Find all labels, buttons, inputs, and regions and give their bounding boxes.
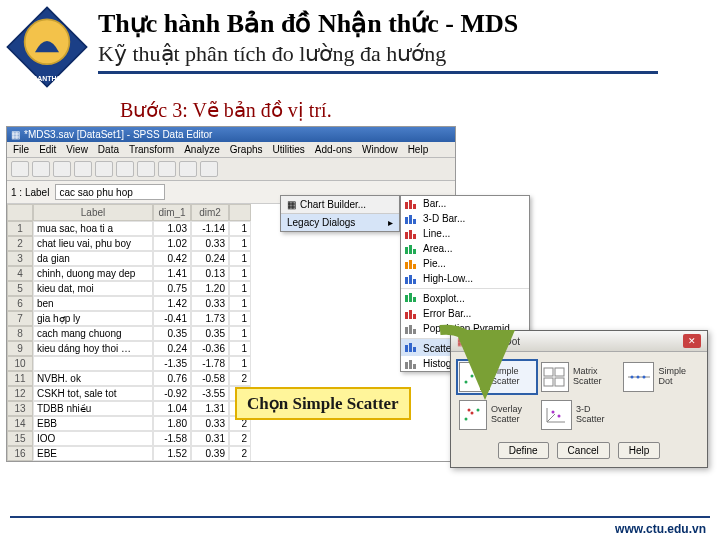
cell[interactable]: 1.03 <box>153 221 191 236</box>
table-row[interactable]: 7gia hợp ly-0.411.731 <box>7 311 455 326</box>
toolbar-button[interactable] <box>11 161 29 177</box>
chart-menu-item[interactable]: Pie... <box>401 256 529 271</box>
cell[interactable]: mua sac, hoa ti a <box>33 221 153 236</box>
cell[interactable]: NVBH. ok <box>33 371 153 386</box>
cell[interactable]: 0.35 <box>191 326 229 341</box>
cell[interactable]: 2 <box>229 371 251 386</box>
cell[interactable]: 9 <box>7 341 33 356</box>
menubar[interactable]: File Edit View Data Transform Analyze Gr… <box>7 142 455 158</box>
table-row[interactable]: 9kieu dáng hoy thoi …0.24-0.361 <box>7 341 455 356</box>
cell[interactable]: IOO <box>33 431 153 446</box>
menu-chart-builder[interactable]: ▦ Chart Builder... <box>281 196 399 214</box>
cell[interactable]: 8 <box>7 326 33 341</box>
cell[interactable]: 1.04 <box>153 401 191 416</box>
cell[interactable]: 0.76 <box>153 371 191 386</box>
cell[interactable]: 13 <box>7 401 33 416</box>
cancel-button[interactable]: Cancel <box>557 442 610 459</box>
cell[interactable]: -0.36 <box>191 341 229 356</box>
cell[interactable]: -1.14 <box>191 221 229 236</box>
cell[interactable]: 2 <box>229 431 251 446</box>
option-simple-dot[interactable]: Simple Dot <box>621 360 701 394</box>
menu-file[interactable]: File <box>13 144 29 155</box>
chart-menu-item[interactable]: Error Bar... <box>401 306 529 321</box>
cell[interactable]: 16 <box>7 446 33 461</box>
cell[interactable]: 0.35 <box>153 326 191 341</box>
chart-menu-item[interactable]: Boxplot... <box>401 288 529 306</box>
cell[interactable]: EBB <box>33 416 153 431</box>
menu-help[interactable]: Help <box>408 144 429 155</box>
cell[interactable]: 1 <box>229 266 251 281</box>
cell[interactable]: 11 <box>7 371 33 386</box>
cell[interactable]: 1 <box>7 221 33 236</box>
cell[interactable]: 0.75 <box>153 281 191 296</box>
cell[interactable]: 1 <box>229 281 251 296</box>
menu-utilities[interactable]: Utilities <box>273 144 305 155</box>
table-row[interactable]: 15IOO-1.580.312 <box>7 431 455 446</box>
toolbar-button[interactable] <box>200 161 218 177</box>
cell[interactable]: 1.80 <box>153 416 191 431</box>
cell[interactable]: -3.55 <box>191 386 229 401</box>
cell[interactable]: 0.33 <box>191 416 229 431</box>
option-3d-scatter[interactable]: 3-D Scatter <box>539 398 619 432</box>
cell[interactable]: 1 <box>229 236 251 251</box>
cell[interactable]: ben <box>33 296 153 311</box>
cell[interactable]: 0.42 <box>153 251 191 266</box>
cell[interactable]: kieu dáng hoy thoi … <box>33 341 153 356</box>
cell[interactable]: 0.24 <box>153 341 191 356</box>
cell[interactable]: 1 <box>229 356 251 371</box>
menu-graphs[interactable]: Graphs <box>230 144 263 155</box>
cell[interactable]: 2 <box>229 446 251 461</box>
cell[interactable]: 1 <box>229 341 251 356</box>
table-row[interactable]: 6ben1.420.331 <box>7 296 455 311</box>
cell[interactable]: 1 <box>229 251 251 266</box>
chart-menu-item[interactable]: Bar... <box>401 196 529 211</box>
table-row[interactable]: 16EBE1.520.392 <box>7 446 455 461</box>
col-rownum[interactable] <box>7 204 33 221</box>
cell[interactable]: 0.33 <box>191 296 229 311</box>
menu-analyze[interactable]: Analyze <box>184 144 220 155</box>
cell[interactable]: 6 <box>7 296 33 311</box>
col-dim2[interactable]: dim2 <box>191 204 229 221</box>
cell[interactable]: EBE <box>33 446 153 461</box>
cell[interactable]: -1.78 <box>191 356 229 371</box>
data-grid[interactable]: Label dim_1 dim2 1mua sac, hoa ti a1.03-… <box>7 204 455 461</box>
cell[interactable]: gia hợp ly <box>33 311 153 326</box>
cell[interactable]: chinh, duong may dep <box>33 266 153 281</box>
cell[interactable]: 1 <box>229 296 251 311</box>
cell[interactable]: 1 <box>229 221 251 236</box>
menu-edit[interactable]: Edit <box>39 144 56 155</box>
toolbar-button[interactable] <box>158 161 176 177</box>
col-label[interactable]: Label <box>33 204 153 221</box>
define-button[interactable]: Define <box>498 442 549 459</box>
table-row[interactable]: 8cach mang chuong0.350.351 <box>7 326 455 341</box>
cell[interactable]: 1.20 <box>191 281 229 296</box>
menu-window[interactable]: Window <box>362 144 398 155</box>
cell[interactable]: 1.73 <box>191 311 229 326</box>
table-row[interactable]: 11NVBH. ok0.76-0.582 <box>7 371 455 386</box>
menu-transform[interactable]: Transform <box>129 144 174 155</box>
cell[interactable]: 0.33 <box>191 236 229 251</box>
chart-menu-item[interactable]: Line... <box>401 226 529 241</box>
chart-menu-item[interactable]: Area... <box>401 241 529 256</box>
graphs-submenu[interactable]: ▦ Chart Builder... Legacy Dialogs ▸ <box>280 195 400 232</box>
cell[interactable]: 1.31 <box>191 401 229 416</box>
option-matrix-scatter[interactable]: Matrix Scatter <box>539 360 619 394</box>
table-row[interactable]: 10-1.35-1.781 <box>7 356 455 371</box>
cell-value-input[interactable] <box>55 184 165 200</box>
toolbar-button[interactable] <box>53 161 71 177</box>
table-row[interactable]: 3da gian0.420.241 <box>7 251 455 266</box>
cell[interactable]: 1.41 <box>153 266 191 281</box>
cell[interactable]: cach mang chuong <box>33 326 153 341</box>
cell[interactable]: da gian <box>33 251 153 266</box>
cell[interactable]: TDBB nhiều <box>33 401 153 416</box>
menu-addons[interactable]: Add-ons <box>315 144 352 155</box>
cell[interactable]: -0.41 <box>153 311 191 326</box>
cell[interactable]: 0.13 <box>191 266 229 281</box>
table-row[interactable]: 4chinh, duong may dep1.410.131 <box>7 266 455 281</box>
cell[interactable]: 3 <box>7 251 33 266</box>
col-extra[interactable] <box>229 204 251 221</box>
cell[interactable]: chat lieu vai, phu boy <box>33 236 153 251</box>
cell[interactable]: -0.58 <box>191 371 229 386</box>
cell[interactable]: 15 <box>7 431 33 446</box>
cell[interactable]: 1.52 <box>153 446 191 461</box>
